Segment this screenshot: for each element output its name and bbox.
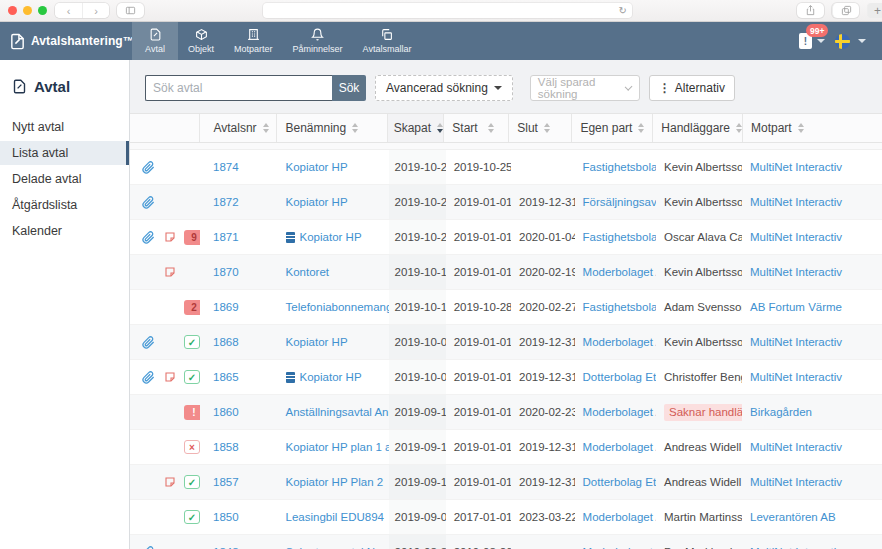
counterparty-link[interactable]: MultiNet Interactiv <box>750 476 842 488</box>
own-party-link[interactable]: Moderbolaget AB <box>583 441 656 453</box>
counterparty-link[interactable]: MultiNet Interactiv <box>750 161 842 173</box>
status-badge: ✓ <box>184 510 200 524</box>
own-party-link[interactable]: Fastighetsbolaget <box>583 301 656 313</box>
attachment-icon <box>140 336 156 349</box>
address-bar[interactable]: ↻ <box>263 3 632 18</box>
own-party-link[interactable]: Moderbolaget AB <box>583 266 656 278</box>
contract-number-link[interactable]: 1872 <box>213 196 239 208</box>
counterparty-link[interactable]: MultiNet Interactiv <box>750 371 842 383</box>
contract-number-link[interactable]: 1870 <box>213 266 239 278</box>
bell-icon <box>311 28 324 41</box>
sidebar-item-kalender[interactable]: Kalender <box>0 219 129 243</box>
own-party-link[interactable]: Moderbolaget AB <box>583 336 656 348</box>
notifications-dropdown[interactable]: ! 99+ <box>799 33 825 49</box>
advanced-search-button[interactable]: Avancerad sökning <box>375 75 513 101</box>
table-header-spacer <box>130 143 882 150</box>
sidebar-item-atgardslista[interactable]: Åtgärdslista <box>0 193 129 217</box>
tab-objekt[interactable]: Objekt <box>178 22 224 60</box>
tab-avtalsmallar[interactable]: Avtalsmallar <box>353 22 422 60</box>
own-party-link[interactable]: Försäljningsavdelning <box>583 196 656 208</box>
column-header-motpart[interactable]: Motpart <box>742 114 882 142</box>
own-party-link[interactable]: Fastighetsbolaget <box>583 161 656 173</box>
counterparty-link[interactable]: MultiNet Interactiv <box>750 231 842 243</box>
counterparty-link[interactable]: Leverantören AB <box>750 511 836 523</box>
counterparty-link[interactable]: MultiNet Interactiv <box>750 441 842 453</box>
vertical-dots-icon: ⋮ <box>659 82 671 94</box>
contract-name-link[interactable]: Kopiator HP <box>300 231 362 243</box>
column-header-egen-part[interactable]: Egen part <box>571 114 652 142</box>
sidebar-item-lista-avtal[interactable]: Lista avtal <box>0 141 129 165</box>
saved-search-select[interactable]: Välj sparad sökning <box>530 75 640 101</box>
contract-number-link[interactable]: 1857 <box>213 476 239 488</box>
tab-motparter[interactable]: Motparter <box>224 22 283 60</box>
handler-name: Kevin Albertsson +1 <box>664 266 742 278</box>
contract-number-link[interactable]: 1868 <box>213 336 239 348</box>
close-window-button[interactable] <box>8 6 17 15</box>
search-input[interactable] <box>145 75 332 101</box>
contract-name-link[interactable]: Kopiator HP Plan 2 <box>286 476 384 488</box>
tabs-overview-button[interactable] <box>832 3 859 18</box>
counterparty-link[interactable]: MultiNet Interactiv <box>750 266 842 278</box>
browser-sidebar-toggle-button[interactable] <box>117 3 144 18</box>
handler-name: Kevin Albertsson +1 <box>664 336 742 348</box>
options-button[interactable]: ⋮ Alternativ <box>649 75 735 101</box>
contract-name-link[interactable]: Leasingbil EDU894 <box>286 511 384 523</box>
contract-number-link[interactable]: 1858 <box>213 441 239 453</box>
column-header-handlaggare[interactable]: Handläggare <box>652 114 742 142</box>
page-refresh-icon[interactable]: ↻ <box>619 6 627 16</box>
sidebar-item-delade-avtal[interactable]: Delade avtal <box>0 167 129 191</box>
chevron-down-icon <box>817 39 825 43</box>
column-header-skapat[interactable]: Skapat <box>387 114 444 142</box>
sort-icon <box>798 123 804 133</box>
counterparty-link[interactable]: MultiNet Interactiv <box>750 336 842 348</box>
chevron-down-icon <box>625 82 633 90</box>
contract-name-link[interactable]: Anställningsavtal Anna <box>286 406 389 418</box>
counterparty-link[interactable]: Birkagården <box>750 406 812 418</box>
tab-avtal[interactable]: Avtal <box>132 22 178 60</box>
own-party-link[interactable]: Dotterbolag Ett AB <box>583 371 656 383</box>
counterparty-link[interactable]: MultiNet Interactiv <box>750 196 842 208</box>
back-button[interactable]: ‹ <box>55 3 82 18</box>
own-party-link[interactable]: Moderbolaget AB <box>583 406 656 418</box>
own-party-link[interactable]: Fastighetsbolaget <box>583 231 656 243</box>
search-button[interactable]: Sök <box>332 75 366 101</box>
contract-number-link[interactable]: 1860 <box>213 406 239 418</box>
column-header-slut[interactable]: Slut <box>508 114 571 142</box>
zoom-window-button[interactable] <box>38 6 47 15</box>
forward-button[interactable]: › <box>82 3 109 18</box>
end-date: 2020-01-04 <box>519 231 575 243</box>
contract-name-link[interactable]: Kopiator HP <box>286 196 348 208</box>
contract-name-link[interactable]: Kopiator HP <box>300 371 362 383</box>
contract-name-link[interactable]: Kopiator HP <box>286 161 348 173</box>
column-header-avtalsnr[interactable]: Avtalsnr <box>199 114 276 142</box>
tab-paminnelser[interactable]: Påminnelser <box>283 22 353 60</box>
contract-name-link[interactable]: Kopiator HP <box>286 336 348 348</box>
attachment-icon <box>140 231 156 244</box>
end-date: 2019-12-31 <box>519 336 575 348</box>
new-tab-button[interactable]: + <box>867 3 882 18</box>
app-logo[interactable]: Avtalshantering™ <box>0 22 132 60</box>
attachment-icon <box>140 371 156 384</box>
minimize-window-button[interactable] <box>23 6 32 15</box>
contract-number-link[interactable]: 1871 <box>213 231 239 243</box>
contract-name-link[interactable]: Kontoret <box>286 266 329 278</box>
counterparty-link[interactable]: AB Fortum Värme <box>750 301 842 313</box>
share-icon <box>805 5 816 16</box>
share-button[interactable] <box>797 3 824 18</box>
created-date: 2019-09-03 <box>395 511 446 523</box>
column-header-benamning[interactable]: Benämning <box>276 114 386 142</box>
contract-number-link[interactable]: 1850 <box>213 511 239 523</box>
column-header-start[interactable]: Start <box>443 114 508 142</box>
note-icon <box>162 476 178 488</box>
start-date: 2019-01-01 <box>454 196 511 208</box>
sidebar-item-nytt-avtal[interactable]: Nytt avtal <box>0 115 129 139</box>
end-date: 2020-02-23 <box>519 406 575 418</box>
own-party-link[interactable]: Moderbolaget AB <box>583 511 656 523</box>
contract-number-link[interactable]: 1874 <box>213 161 239 173</box>
language-selector[interactable] <box>835 34 866 49</box>
contract-name-link[interactable]: Telefoniabonnemang <box>286 301 389 313</box>
own-party-link[interactable]: Dotterbolag Ett AB <box>583 476 656 488</box>
contract-number-link[interactable]: 1865 <box>213 371 239 383</box>
contract-number-link[interactable]: 1869 <box>213 301 239 313</box>
contract-name-link[interactable]: Kopiator HP plan 1 asdasda... <box>286 441 389 453</box>
